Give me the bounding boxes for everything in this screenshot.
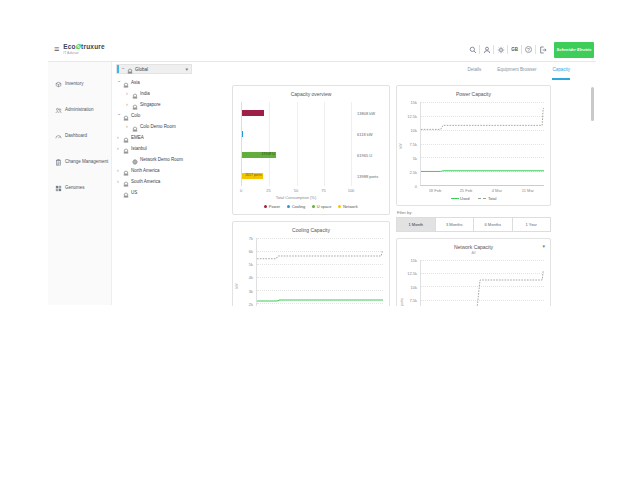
tree-item-singapore[interactable]: ›Singapore <box>112 99 230 110</box>
x-tick-label: 4 Mar <box>492 188 502 193</box>
chevron-down-icon[interactable]: ▾ <box>542 243 545 249</box>
total-label: 61965 U <box>357 152 372 157</box>
legend-label: Used <box>460 196 469 201</box>
legend-line-sample <box>478 198 486 199</box>
tree-item-label: North America <box>131 168 160 173</box>
time-filter: Filter by: 1 Month3 Months6 Months1 Year <box>396 210 551 232</box>
total-label: 13808 kW <box>357 110 375 115</box>
tree-item-label: Global <box>135 67 148 72</box>
y-axis-ticks: 7k6k5k4k3k2k1k0 <box>241 238 256 306</box>
tab-bar: DetailsEquipment BrowserCapacity <box>232 62 586 80</box>
location-tree: › Global ▾ ›Asia›India›Singapore›Colo›Co… <box>112 62 230 305</box>
tree-item-india[interactable]: ›India <box>112 88 230 99</box>
chart-legend: UsedTotal <box>397 194 550 205</box>
tree-item-south-america[interactable]: ›South America <box>112 176 230 187</box>
expand-caret-icon[interactable]: › <box>117 81 122 85</box>
total-label: 6118 kW <box>357 131 373 136</box>
expand-caret-icon[interactable]: › <box>117 168 121 173</box>
x-tick-label: 75 <box>321 188 325 193</box>
tree-item-label: India <box>140 91 150 96</box>
x-axis-ticks: 0255075100 <box>241 187 351 194</box>
x-tick-label: 25 Feb <box>460 188 472 193</box>
tree-item-istanbul[interactable]: ›Istanbul <box>112 143 230 154</box>
administration-icon <box>55 100 62 118</box>
sidebar-item-administration[interactable]: Administration <box>48 96 111 122</box>
sidebar-item-inventory[interactable]: Inventory <box>48 70 111 96</box>
tree-item-colo[interactable]: ›Colo <box>112 110 230 121</box>
series-line-total <box>257 252 383 259</box>
bar-u-space: 19209 U <box>242 152 276 158</box>
expand-caret-icon[interactable]: › <box>121 67 126 71</box>
cooling-capacity-card: Cooling Capacity kW 7k6k5k4k3k2k1k0 18 F… <box>232 221 390 306</box>
expand-caret-icon[interactable]: › <box>117 179 121 184</box>
filter-button-3-months[interactable]: 3 Months <box>435 217 475 232</box>
schneider-electric-logo[interactable]: Schneider Electric <box>554 42 594 58</box>
bar-cooling <box>242 131 243 137</box>
search-icon[interactable] <box>466 43 479 57</box>
scrollbar-thumb[interactable] <box>591 87 594 121</box>
line-chart-plot <box>420 260 544 306</box>
network-capacity-card: Network Capacity All ▾ ports 15k12.5k10k… <box>396 238 551 306</box>
filter-buttons: 1 Month3 Months6 Months1 Year <box>396 217 551 232</box>
sidebar-item-dashboard[interactable]: Dashboard <box>48 122 111 148</box>
tree-rows: ›Asia›India›Singapore›Colo›Colo Demo Roo… <box>112 77 230 198</box>
tree-item-colo-demo-room[interactable]: ›Colo Demo Room <box>112 121 230 132</box>
settings-gear-icon[interactable] <box>494 43 507 57</box>
sidebar-item-change-management[interactable]: Change Management <box>48 148 111 174</box>
expand-caret-icon[interactable]: › <box>117 135 121 140</box>
sidebar-item-label: Genomes <box>65 185 85 190</box>
y-tick-label: 3k <box>249 288 253 293</box>
legend-item-u-space: U space <box>312 204 331 209</box>
sidebar-item-genomes[interactable]: Genomes <box>48 174 111 200</box>
y-tick-label: 10k <box>411 284 417 289</box>
tree-item-label: Network Demo Room <box>140 157 183 162</box>
help-icon[interactable]: ? <box>522 43 535 57</box>
tree-item-us[interactable]: US <box>112 187 230 198</box>
bar-value-label: 19209 U <box>262 152 275 156</box>
network-selector-value[interactable]: All <box>397 251 550 255</box>
user-icon[interactable] <box>480 43 493 57</box>
bar-network: 2657 ports <box>242 173 263 179</box>
chart-title: Network Capacity <box>397 239 550 250</box>
series-line-total <box>421 271 544 306</box>
expand-caret-icon[interactable]: › <box>126 91 130 96</box>
bar-chart-totals: 13808 kW6118 kW61965 U13988 ports <box>351 102 385 186</box>
tree-item-network-demo-room[interactable]: Network Demo Room <box>112 154 230 165</box>
series-line-used <box>257 300 383 301</box>
filter-button-1-year[interactable]: 1 Year <box>512 217 552 232</box>
tab-equipment-browser[interactable]: Equipment Browser <box>497 67 536 80</box>
expand-caret-icon[interactable]: › <box>117 146 121 151</box>
legend-label: U space <box>317 204 332 209</box>
legend-dot <box>338 205 341 208</box>
top-bar: ≡ EcoØtruxure IT Advisor GB <box>48 38 596 62</box>
tab-capacity[interactable]: Capacity <box>552 67 570 80</box>
legend-item-power: Power <box>264 204 280 209</box>
tree-item-global[interactable]: › Global ▾ <box>116 64 192 74</box>
legend-label: Cooling <box>292 204 306 209</box>
tab-details[interactable]: Details <box>467 67 481 80</box>
power-capacity-card: Power Capacity kW 15k12.5k10k7.5k5k2.5k0… <box>396 85 551 206</box>
tree-item-label: EMEA <box>131 135 144 140</box>
tree-item-north-america[interactable]: ›North America <box>112 165 230 176</box>
logout-icon[interactable] <box>536 43 549 57</box>
tree-item-asia[interactable]: ›Asia <box>112 77 230 88</box>
tree-item-emea[interactable]: ›EMEA <box>112 132 230 143</box>
language-selector[interactable]: GB <box>508 43 521 57</box>
dropdown-caret-icon[interactable]: ▾ <box>185 66 188 72</box>
filter-label: Filter by: <box>397 210 551 215</box>
sidebar-item-label: Administration <box>65 107 94 112</box>
filter-button-1-month[interactable]: 1 Month <box>396 217 436 232</box>
legend-dot <box>287 205 290 208</box>
capacity-overview-card: Capacity overview 19209 U2657 ports 1380… <box>232 85 390 215</box>
bar-value-label: 2657 ports <box>245 173 262 177</box>
charts-grid: Capacity overview 19209 U2657 ports 1380… <box>232 85 586 306</box>
body: InventoryAdministrationDashboardChange M… <box>48 62 596 305</box>
brand-name: EcoØtruxure <box>63 44 105 51</box>
filter-button-6-months[interactable]: 6 Months <box>473 217 513 232</box>
legend-item-total: Total <box>478 196 496 201</box>
expand-caret-icon[interactable]: › <box>117 114 122 118</box>
line-chart-plot <box>256 238 383 306</box>
tree-item-label: Colo Demo Room <box>140 124 176 129</box>
menu-icon[interactable]: ≡ <box>54 45 59 54</box>
total-label: 13988 ports <box>357 173 378 178</box>
